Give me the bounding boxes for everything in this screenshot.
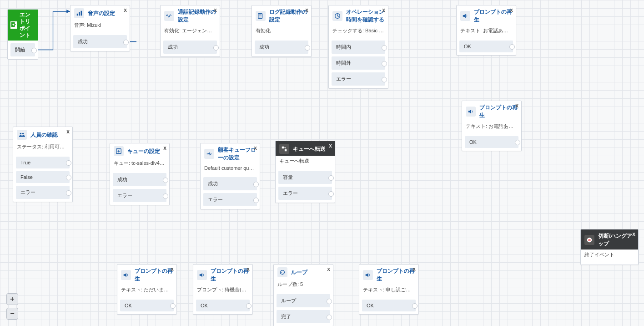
svg-rect-8 (282, 147, 284, 148)
node-title: 通話記録動作の設定 (178, 8, 216, 24)
node-title: 音声の設定 (88, 10, 126, 17)
output-port[interactable]: 時間内 (332, 41, 385, 54)
node-title: 切断/ハングアップ (598, 232, 634, 248)
node-title: プロンプトの再生 (211, 267, 249, 283)
node-body: テキスト: 申し訳ございま... (359, 285, 418, 296)
entry-point-node[interactable]: エントリポイント 開始 (7, 9, 38, 60)
output-port[interactable]: True (16, 157, 70, 168)
output-port[interactable]: OK (120, 300, 174, 311)
output-port[interactable]: ループ (277, 294, 330, 307)
speaker-icon (466, 107, 476, 117)
node-prompt_b2[interactable]: プロンプトの再生xプロンプト: 待機音(20秒).w...OK (193, 264, 253, 315)
close-icon[interactable]: x (66, 128, 70, 135)
svg-rect-0 (77, 14, 78, 15)
node-title: プロンプトの再生 (479, 104, 518, 119)
output-port[interactable]: 成功 (113, 173, 166, 186)
node-transfer[interactable]: キューへ転送xキューへ転送容量エラー (275, 141, 335, 203)
node-recording[interactable]: 通話記録動作の設定x有効化: エージェントおよ...成功 (160, 5, 220, 57)
node-body: ステータス: 利用可能 (tc-sa... (13, 142, 72, 153)
node-body: Default customer queue (201, 163, 260, 173)
node-body: 有効化 (252, 25, 311, 37)
node-body: チェックする: Basic Hours (329, 25, 388, 37)
node-prompt_b3[interactable]: プロンプトの再生xテキスト: 申し訳ございま...OK (359, 264, 419, 315)
close-icon[interactable]: x (247, 266, 250, 272)
node-body: ループ数: 5 (274, 279, 333, 290)
node-voice[interactable]: 音声の設定x音声: Mizuki成功 (70, 5, 130, 51)
hangup-icon (584, 235, 594, 245)
output-port[interactable]: エラー (332, 72, 385, 86)
wave-icon (164, 11, 174, 21)
close-icon[interactable]: x (171, 266, 174, 272)
node-body: 有効化: エージェントおよ... (161, 25, 220, 37)
node-body: テキスト: お電話ありがと... (457, 25, 516, 37)
node-title: 顧客キューフローの設定 (218, 146, 256, 162)
node-body: テキスト: ただいま電話が... (117, 285, 176, 296)
output-port[interactable]: エラー (278, 187, 332, 200)
output-port[interactable]: エラー (16, 186, 70, 199)
loop-icon (277, 267, 287, 277)
node-title: オペレーション時間を確認する (346, 8, 384, 24)
close-icon[interactable]: x (327, 266, 330, 272)
transfer-icon (279, 144, 289, 154)
svg-point-5 (20, 133, 22, 135)
output-port[interactable]: エラー (113, 189, 166, 202)
output-port[interactable]: 完了 (277, 310, 330, 323)
node-queue_set[interactable]: キューの設定xキュー: tc-sales-div4-queue成功エラー (110, 143, 170, 205)
node-body: 音声: Mizuki (70, 20, 130, 31)
node-hangup[interactable]: 切断/ハングアップx終了イベント (580, 229, 639, 265)
svg-rect-9 (285, 149, 287, 151)
close-icon[interactable]: x (413, 266, 416, 272)
close-icon[interactable]: x (163, 145, 166, 151)
zoom-out-button[interactable]: − (6, 308, 18, 320)
output-port[interactable]: 成功 (255, 41, 308, 54)
close-icon[interactable]: x (510, 7, 513, 13)
queue-icon (114, 146, 124, 156)
output-port[interactable]: 容量 (278, 171, 332, 184)
speaker-icon (121, 270, 131, 280)
node-hours[interactable]: オペレーション時間を確認するxチェックする: Basic Hours時間内時間外… (328, 5, 388, 89)
output-port[interactable]: OK (362, 300, 416, 311)
node-prompt_top[interactable]: プロンプトの再生xテキスト: お電話ありがと...OK (456, 5, 516, 56)
output-port[interactable]: 時間外 (332, 56, 385, 70)
zoom-in-button[interactable]: + (6, 293, 18, 305)
node-body: キュー: tc-sales-div4-queue (110, 158, 169, 169)
node-title: 人員の確認 (30, 131, 69, 139)
output-port[interactable]: 成功 (73, 35, 127, 48)
close-icon[interactable]: x (214, 7, 217, 13)
close-icon[interactable]: x (632, 231, 635, 237)
voice-icon (74, 8, 84, 18)
node-body: テキスト: お電話ありがと... (462, 121, 521, 132)
clock-icon (332, 11, 342, 21)
node-title: キューの設定 (127, 148, 166, 155)
output-port[interactable]: False (16, 171, 70, 183)
output-port[interactable]: OK (459, 41, 513, 52)
node-body: プロンプト: 待機音(20秒).w... (193, 285, 252, 296)
people-icon (17, 130, 27, 140)
node-loop[interactable]: ループxループ数: 5ループ完了 (273, 264, 333, 326)
svg-point-6 (22, 133, 24, 135)
close-icon[interactable]: x (305, 7, 308, 13)
node-body: キューへ転送 (276, 156, 335, 167)
close-icon[interactable]: x (382, 7, 385, 13)
node-prompt_mid[interactable]: プロンプトの再生xテキスト: お電話ありがと...OK (462, 101, 522, 151)
close-icon[interactable]: x (515, 102, 518, 109)
entry-start-output[interactable]: 開始 (10, 43, 35, 56)
speaker-icon (197, 270, 207, 280)
close-icon[interactable]: x (124, 7, 127, 13)
output-port[interactable]: OK (196, 300, 250, 311)
close-icon[interactable]: x (329, 143, 332, 149)
node-prompt_b1[interactable]: プロンプトの再生xテキスト: ただいま電話が...OK (117, 264, 177, 315)
node-title: ループ (291, 269, 329, 276)
output-port[interactable]: 成功 (163, 41, 217, 54)
node-title: プロンプトの再生 (474, 8, 512, 24)
close-icon[interactable]: x (254, 145, 257, 151)
output-port[interactable]: エラー (203, 193, 257, 206)
node-cust_flow[interactable]: 顧客キューフローの設定xDefault customer queue成功エラー (200, 143, 260, 209)
zoom-controls: + − (6, 293, 18, 320)
output-port[interactable]: OK (465, 136, 518, 148)
log-icon (256, 11, 266, 21)
node-staff[interactable]: 人員の確認xステータス: 利用可能 (tc-sa...TrueFalseエラー (13, 127, 73, 202)
node-logging[interactable]: ログ記録動作の設定x有効化成功 (252, 5, 312, 57)
output-port[interactable]: 成功 (203, 177, 257, 190)
svg-rect-2 (81, 11, 82, 16)
